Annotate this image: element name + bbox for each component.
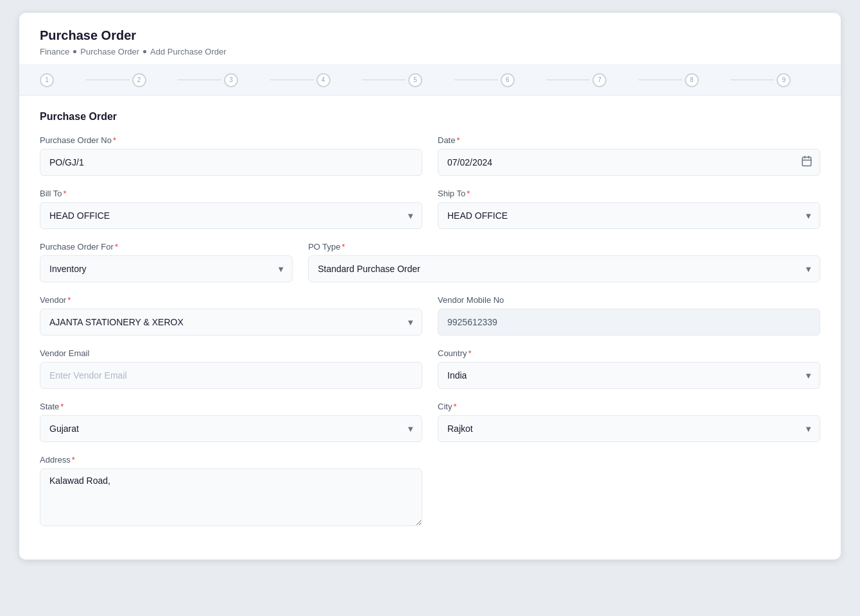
breadcrumb: Finance Purchase Order Add Purchase Orde… (40, 47, 820, 56)
vendor-email-label: Vendor Email (40, 348, 422, 358)
po-type-wrapper: Standard Purchase Order ▼ (308, 255, 820, 282)
country-wrapper: India ▼ (438, 362, 820, 389)
stepper-line-4 (362, 80, 406, 80)
vendor-email-input[interactable] (40, 362, 422, 389)
stepper-circle-3: 3 (224, 73, 238, 87)
row-email-country: Vendor Email Country* India ▼ (40, 348, 820, 389)
stepper-bar: 1 2 3 4 5 6 7 8 9 (19, 65, 841, 96)
row-bill-ship: Bill To* HEAD OFFICE ▼ Ship To* HEAD OFF… (40, 189, 820, 229)
stepper-line-7 (639, 80, 682, 80)
bill-to-wrapper: HEAD OFFICE ▼ (40, 202, 422, 229)
po-for-required: * (115, 242, 118, 252)
stepper-line-3 (270, 80, 314, 80)
stepper-line-5 (454, 80, 498, 80)
city-select[interactable]: Rajkot (438, 415, 820, 442)
breadcrumb-add: Add Purchase Order (150, 47, 227, 56)
stepper-step-2: 2 (132, 73, 176, 87)
po-type-label: PO Type* (308, 242, 820, 252)
stepper-step-8: 8 (685, 73, 728, 87)
group-vendor: Vendor* AJANTA STATIONERY & XEROX ▼ (40, 295, 422, 336)
group-ship-to: Ship To* HEAD OFFICE ▼ (438, 189, 820, 229)
bill-to-select[interactable]: HEAD OFFICE (40, 202, 422, 229)
stepper-line-8 (730, 80, 774, 80)
vendor-select[interactable]: AJANTA STATIONERY & XEROX (40, 309, 422, 336)
card-header: Purchase Order Finance Purchase Order Ad… (19, 13, 841, 65)
bill-to-required: * (63, 189, 66, 198)
stepper-step-7: 7 (592, 73, 636, 87)
stepper-circle-6: 6 (501, 73, 515, 87)
vendor-mobile-input (438, 309, 820, 336)
stepper-step-3: 3 (224, 73, 268, 87)
date-wrapper (438, 149, 820, 176)
address-label: Address* (40, 455, 422, 465)
ship-to-required: * (467, 189, 470, 198)
stepper-circle-1: 1 (40, 73, 54, 87)
stepper-step-9: 9 (777, 73, 820, 87)
vendor-mobile-label: Vendor Mobile No (438, 295, 820, 305)
group-po-type: PO Type* Standard Purchase Order ▼ (308, 242, 820, 282)
stepper-circle-9: 9 (777, 73, 791, 87)
group-date: Date* (438, 135, 820, 176)
group-po-for: Purchase Order For* Inventory ▼ (40, 242, 293, 282)
vendor-required: * (67, 295, 71, 305)
page-title: Purchase Order (40, 28, 820, 43)
city-required: * (453, 402, 456, 411)
row-po-for-type: Purchase Order For* Inventory ▼ PO Type*… (40, 242, 820, 282)
address-textarea[interactable]: Kalawad Road, (40, 468, 422, 526)
vendor-label: Vendor* (40, 295, 422, 305)
ship-to-wrapper: HEAD OFFICE ▼ (438, 202, 820, 229)
group-po-no: Purchase Order No* (40, 135, 422, 176)
row-state-city: State* Gujarat ▼ City* Rajkot ▼ (40, 402, 820, 442)
country-label: Country* (438, 348, 820, 358)
breadcrumb-dot-2 (143, 50, 146, 53)
stepper-line-2 (178, 80, 221, 80)
group-vendor-email: Vendor Email (40, 348, 422, 389)
po-for-select[interactable]: Inventory (40, 255, 293, 282)
state-select[interactable]: Gujarat (40, 415, 422, 442)
stepper-circle-5: 5 (408, 73, 422, 87)
stepper-circle-8: 8 (685, 73, 699, 87)
country-select[interactable]: India (438, 362, 820, 389)
row-address: Address* Kalawad Road, (40, 455, 820, 526)
stepper-line-6 (546, 80, 590, 80)
address-required: * (72, 455, 75, 465)
row-vendor: Vendor* AJANTA STATIONERY & XEROX ▼ Vend… (40, 295, 820, 336)
stepper-circle-7: 7 (592, 73, 606, 87)
stepper-circle-4: 4 (316, 73, 331, 87)
state-wrapper: Gujarat ▼ (40, 415, 422, 442)
group-state: State* Gujarat ▼ (40, 402, 422, 442)
ship-to-label: Ship To* (438, 189, 820, 198)
po-no-input[interactable] (40, 149, 422, 176)
form-body: Purchase Order No* Date* (19, 135, 841, 526)
stepper-step-6: 6 (501, 73, 544, 87)
group-address: Address* Kalawad Road, (40, 455, 422, 526)
po-type-select[interactable]: Standard Purchase Order (308, 255, 820, 282)
country-required: * (469, 348, 472, 358)
date-required: * (456, 135, 460, 145)
ship-to-select[interactable]: HEAD OFFICE (438, 202, 820, 229)
breadcrumb-finance: Finance (40, 47, 69, 56)
row-po-date: Purchase Order No* Date* (40, 135, 820, 176)
stepper-step-1: 1 (40, 73, 83, 87)
date-input[interactable] (438, 149, 820, 176)
state-required: * (60, 402, 64, 411)
po-no-required: * (113, 135, 116, 145)
state-label: State* (40, 402, 422, 411)
bill-to-label: Bill To* (40, 189, 422, 198)
calendar-icon[interactable] (801, 155, 813, 169)
group-bill-to: Bill To* HEAD OFFICE ▼ (40, 189, 422, 229)
svg-rect-0 (802, 157, 811, 166)
breadcrumb-dot-1 (73, 50, 76, 53)
stepper-step-4: 4 (316, 73, 360, 87)
main-card: Purchase Order Finance Purchase Order Ad… (19, 13, 841, 560)
city-label: City* (438, 402, 820, 411)
stepper-circle-2: 2 (132, 73, 146, 87)
po-type-required: * (342, 242, 345, 252)
vendor-wrapper: AJANTA STATIONERY & XEROX ▼ (40, 309, 422, 336)
po-for-label: Purchase Order For* (40, 242, 293, 252)
group-vendor-mobile: Vendor Mobile No (438, 295, 820, 336)
group-country: Country* India ▼ (438, 348, 820, 389)
stepper-step-5: 5 (408, 73, 452, 87)
date-label: Date* (438, 135, 820, 145)
stepper-line-1 (86, 80, 130, 80)
